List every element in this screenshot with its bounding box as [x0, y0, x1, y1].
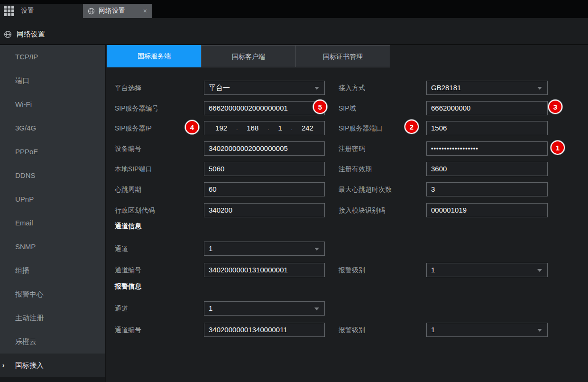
globe-icon [4, 30, 12, 38]
ip-octet-3[interactable]: 1 [278, 121, 282, 135]
content-panel: 国标服务端 国标客户端 国标证书管理 平台选择 平台一 接入方式 GB28181… [105, 45, 588, 382]
access-type-label: 接入方式 [339, 81, 365, 95]
channel-id-input[interactable]: 34020000001310000001 [204, 263, 325, 277]
alarm-channel-id-input[interactable]: 34020000001340000011 [204, 323, 325, 337]
chevron-down-icon [537, 269, 542, 272]
sidebar: TCP/IP 端口 Wi-Fi 3G/4G PPPoE DDNS UPnP Em… [0, 45, 105, 382]
max-heartbeat-timeout-input[interactable]: 3 [426, 182, 548, 196]
sip-server-ip-label: SIP服务器IP [115, 121, 152, 135]
register-valid-input[interactable]: 3600 [426, 162, 548, 176]
sip-domain-input[interactable]: 6662000000 [426, 101, 548, 115]
chevron-down-icon [314, 307, 319, 310]
alarm-channel-select-label: 通道 [115, 301, 128, 316]
alarm-channel-id-label: 通道编号 [115, 323, 141, 337]
alarm-info-alarm-level-label: 报警级别 [339, 323, 365, 337]
alarm-info-section-title: 报警信息 [115, 282, 141, 291]
region-code-label: 行政区划代码 [115, 203, 155, 217]
register-password-label: 注册密码 [339, 141, 365, 156]
sidebar-item-auto-register[interactable]: 主动注册 [0, 306, 105, 330]
home-tab-label: 设置 [21, 7, 34, 15]
doc-tab-label: 网络设置 [99, 7, 139, 15]
sidebar-item-alarm-center[interactable]: 报警中心 [0, 282, 105, 306]
sidebar-item-gb28181[interactable]: › 国标接入 [0, 354, 105, 377]
chevron-down-icon [314, 87, 319, 90]
sidebar-item-wifi[interactable]: Wi-Fi [0, 93, 105, 116]
platform-select-label: 平台选择 [115, 81, 141, 95]
home-tab-settings[interactable]: 设置 [0, 4, 83, 18]
sip-domain-label: SIP域 [339, 101, 356, 115]
apps-grid-icon [4, 6, 14, 16]
access-type-select[interactable]: GB28181 [426, 81, 548, 95]
region-code-input[interactable]: 340200 [204, 203, 325, 217]
tab-gb-cert-mgmt[interactable]: 国标证书管理 [295, 45, 390, 67]
platform-select[interactable]: 平台一 [204, 81, 325, 95]
callout-badge-5: 5 [313, 100, 327, 114]
sip-server-port-input[interactable]: 1506 [426, 121, 548, 135]
platform-select-value: 平台一 [209, 84, 230, 92]
channel-select-value: 1 [209, 244, 212, 252]
main-area: TCP/IP 端口 Wi-Fi 3G/4G PPPoE DDNS UPnP Em… [0, 45, 588, 382]
tab-network-settings[interactable]: 网络设置 × [83, 4, 152, 18]
sidebar-item-pppoe[interactable]: PPPoE [0, 140, 105, 164]
callout-badge-1: 1 [551, 140, 565, 155]
page-title: 网络设置 [17, 30, 45, 39]
access-type-value: GB28181 [431, 84, 461, 92]
callout-badge-2: 2 [404, 120, 419, 134]
chevron-down-icon [314, 248, 319, 251]
ip-octet-4[interactable]: 242 [302, 121, 313, 135]
chevron-down-icon [537, 329, 542, 332]
sidebar-item-snmp[interactable]: SNMP [0, 235, 105, 259]
sip-server-id-input[interactable]: 66620000002000000001 [204, 101, 325, 115]
local-sip-port-input[interactable]: 5060 [204, 162, 325, 176]
sidebar-item-port[interactable]: 端口 [0, 69, 105, 93]
ip-octet-1[interactable]: 192 [215, 121, 227, 135]
device-id-input[interactable]: 34020000002000000005 [204, 141, 325, 156]
channel-select[interactable]: 1 [204, 242, 325, 256]
heartbeat-period-input[interactable]: 60 [204, 182, 325, 196]
channel-info-section-title: 通道信息 [115, 222, 141, 231]
tab-gb-server[interactable]: 国标服务端 [107, 45, 202, 67]
sidebar-bottom-strip [0, 377, 105, 382]
sidebar-item-upnp[interactable]: UPnP [0, 187, 105, 211]
callout-badge-4: 4 [185, 120, 199, 134]
sip-server-port-label: SIP服务器端口 [339, 121, 383, 135]
sidebar-item-multicast[interactable]: 组播 [0, 259, 105, 282]
local-sip-port-label: 本地SIP端口 [115, 162, 152, 176]
access-module-id-input[interactable]: 000001019 [426, 203, 548, 217]
sip-server-ip-input[interactable]: 192 . 168 . 1 . 242 [204, 121, 325, 135]
top-tab-bar: 设置 网络设置 × [0, 0, 588, 18]
sidebar-item-tcpip[interactable]: TCP/IP [0, 45, 105, 69]
sidebar-item-ddns[interactable]: DDNS [0, 164, 105, 187]
globe-icon [88, 8, 95, 15]
alarm-level-select[interactable]: 1 [426, 263, 548, 277]
chevron-down-icon [537, 87, 542, 90]
channel-select-label: 通道 [115, 242, 128, 256]
ip-dot: . [236, 121, 238, 135]
alarm-channel-select[interactable]: 1 [204, 301, 325, 316]
app-window: 设置 网络设置 × 网络设置 TCP/IP 端口 Wi-Fi 3G/4G PP [0, 0, 588, 382]
close-icon[interactable]: × [143, 8, 147, 14]
max-heartbeat-timeout-label: 最大心跳超时次数 [339, 182, 392, 196]
ip-dot: . [267, 121, 269, 135]
heartbeat-period-label: 心跳周期 [115, 182, 141, 196]
alarm-level-value: 1 [431, 266, 435, 274]
sidebar-item-lechange[interactable]: 乐橙云 [0, 330, 105, 354]
sidebar-item-email[interactable]: Email [0, 211, 105, 235]
access-module-id-label: 接入模块识别码 [339, 203, 385, 217]
register-password-input[interactable]: •••••••••••••••••• [426, 141, 548, 156]
alarm-info-alarm-level-select[interactable]: 1 [426, 323, 548, 337]
alarm-level-label: 报警级别 [339, 263, 365, 277]
ip-dot: . [291, 121, 293, 135]
alarm-info-alarm-level-value: 1 [431, 326, 435, 334]
chevron-right-icon: › [2, 354, 4, 377]
sidebar-item-3g4g[interactable]: 3G/4G [0, 116, 105, 140]
ip-octet-2[interactable]: 168 [247, 121, 258, 135]
tab-gb-client[interactable]: 国标客户端 [201, 45, 296, 67]
sip-server-id-label: SIP服务器编号 [115, 101, 159, 115]
sidebar-item-label: 国标接入 [15, 361, 44, 369]
page-header: 网络设置 [0, 18, 588, 45]
device-id-label: 设备编号 [115, 141, 141, 156]
tab-strip: 国标服务端 国标客户端 国标证书管理 [107, 45, 390, 67]
alarm-channel-select-value: 1 [209, 304, 212, 312]
callout-badge-3: 3 [548, 100, 562, 114]
